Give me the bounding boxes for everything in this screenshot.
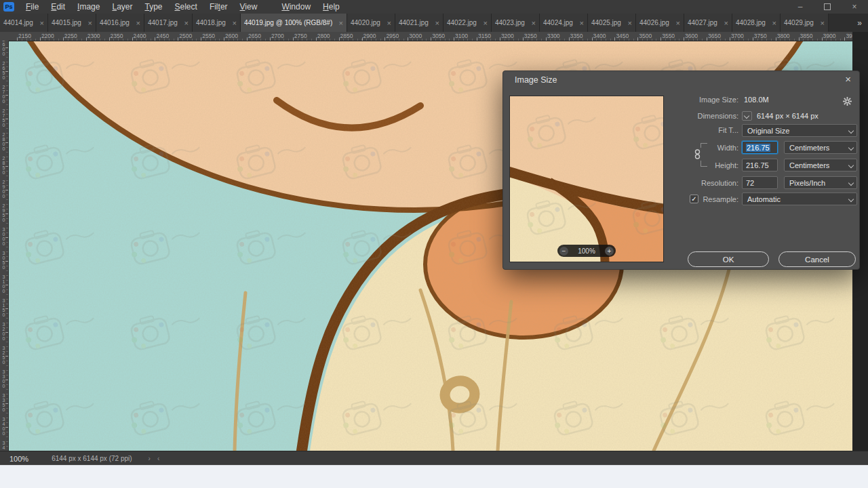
resample-label: Resample: [657,195,738,203]
document-tab[interactable]: 44019.jpg @ 100% (RGB/8#) × [241,14,347,32]
close-tab-icon[interactable]: × [134,19,140,27]
ps-status-bar: 100% 6144 px x 6144 px (72 ppi) › ‹ [0,451,868,466]
document-tab[interactable]: 44026.jpg × [636,14,684,32]
windows-taskbar: Search Ps فا 5:59 PM 4/30/2025 3 [0,465,868,488]
zoom-level[interactable]: 100% [9,455,28,463]
document-tab[interactable]: 44014.jpg × [0,14,48,32]
document-tab[interactable]: 44016.jpg × [96,14,144,32]
resample-value: Automatic [747,195,781,203]
dialog-title: Image Size [515,75,557,85]
tab-overflow-button[interactable]: » [851,14,868,32]
chevron-down-icon [848,128,854,134]
close-tab-icon[interactable]: × [625,19,632,27]
menu-item[interactable]: Type [138,2,168,12]
close-tab-icon[interactable]: × [577,19,584,27]
dimensions-label: Dimensions: [657,112,738,120]
height-unit-dropdown[interactable]: Centimeters [784,159,857,171]
close-tab-icon[interactable]: × [529,19,536,27]
fit-to-label: Fit T... [657,126,738,134]
document-tab[interactable]: 44027.jpg × [684,14,732,32]
chevron-down-icon [744,113,749,119]
close-tab-icon[interactable]: × [85,19,92,27]
document-tab[interactable]: 44024.jpg × [540,14,588,32]
preview-zoom-level: 100% [578,247,595,255]
document-tab[interactable]: 44018.jpg × [193,14,241,32]
width-unit-dropdown[interactable]: Centimeters [784,141,857,154]
document-tab[interactable]: 44017.jpg × [144,14,193,32]
dimensions-value: 6144 px × 6144 px [757,112,818,120]
document-tab[interactable]: 44021.jpg × [395,14,443,32]
height-value: 216.75 [746,161,769,169]
document-tab[interactable]: 44020.jpg × [347,14,395,32]
cancel-button[interactable]: Cancel [778,251,856,267]
close-tab-icon[interactable]: × [433,19,439,27]
resolution-unit-dropdown[interactable]: Pixels/Inch [784,176,857,189]
vertical-ruler: 2 6 0 02 6 5 02 7 0 02 7 5 02 8 0 02 8 5… [0,41,9,451]
maximize-button[interactable] [814,0,841,14]
menu-item[interactable]: Edit [45,2,71,12]
app-titlebar: Ps FileEditImageLayerTypeSelectFilterVie… [0,0,868,14]
maximize-icon [824,3,831,10]
resolution-label: Resolution: [657,179,738,187]
width-input[interactable]: 216.75 [742,141,778,154]
document-tabbar: 44014.jpg × 44015.jpg × 44016.jpg × 4401… [0,14,868,32]
document-tab[interactable]: 44015.jpg × [48,14,96,32]
close-tab-icon[interactable]: × [37,19,44,27]
close-tab-icon[interactable]: × [336,19,343,27]
close-tab-icon[interactable]: × [182,19,189,27]
document-tab[interactable]: 44023.jpg × [492,14,540,32]
fit-to-dropdown[interactable]: Original Size [742,124,857,137]
chevron-down-icon [848,180,854,186]
gear-icon[interactable] [843,96,852,108]
fit-to-value: Original Size [747,127,789,135]
width-label: Width: [657,144,738,152]
close-tab-icon[interactable]: × [722,19,728,27]
resolution-unit-value: Pixels/Inch [789,179,825,187]
photoshop-window: Ps FileEditImageLayerTypeSelectFilterVie… [0,0,868,488]
menu-item[interactable]: Filter [203,2,234,12]
menu-item[interactable]: View [234,2,264,12]
width-value: 216.75 [746,144,770,152]
image-preview[interactable]: − 100% + [509,96,664,262]
image-size-value: 108.0M [744,96,769,104]
chevron-down-icon [848,145,854,150]
menu-item[interactable]: File [20,2,45,12]
menu-item[interactable]: Select [169,2,203,12]
close-tab-icon[interactable]: × [384,19,391,27]
window-controls: – × [787,0,868,14]
document-tab[interactable]: 44028.jpg × [732,14,781,32]
menu-item[interactable]: Help [317,2,346,12]
ok-button[interactable]: OK [688,251,769,267]
chevron-down-icon [848,163,854,168]
close-tab-icon[interactable]: × [770,19,776,27]
zoom-out-button[interactable]: − [559,247,568,256]
menu-item[interactable]: Window [275,2,317,12]
close-tab-icon[interactable]: × [673,19,680,27]
height-label: Height: [657,161,738,169]
document-tab[interactable]: 44029.jpg × [781,14,829,32]
menu-item[interactable]: Layer [106,2,138,12]
zoom-in-button[interactable]: + [605,247,614,256]
close-window-button[interactable]: × [841,0,868,14]
height-input[interactable]: 216.75 [742,159,778,171]
menu-item[interactable]: Image [71,2,106,12]
preview-zoom-control: − 100% + [557,245,616,257]
preview-artwork [510,96,663,262]
resolution-input[interactable]: 72 [742,176,778,189]
photoshop-logo: Ps [3,2,14,12]
scroll-left-icon[interactable]: ‹ [157,455,159,462]
scroll-right-icon[interactable]: › [149,455,151,462]
document-tab[interactable]: 44022.jpg × [443,14,492,32]
image-size-dialog: Image Size × − 100% + Image Size: 108.0M [502,70,860,270]
dimensions-unit-dropdown[interactable] [742,111,752,121]
close-tab-icon[interactable]: × [818,19,825,27]
close-dialog-icon[interactable]: × [845,74,851,84]
close-tab-icon[interactable]: × [230,19,237,27]
close-tab-icon[interactable]: × [481,19,488,27]
document-tab[interactable]: 44025.jpg × [588,14,636,32]
resolution-value: 72 [746,179,754,187]
menu-bar: FileEditImageLayerTypeSelectFilterViewWi… [20,0,346,14]
horizontal-ruler: 2150220022502300235024002450250025502600… [8,32,852,41]
minimize-button[interactable]: – [787,0,814,14]
resample-dropdown[interactable]: Automatic [742,192,857,205]
